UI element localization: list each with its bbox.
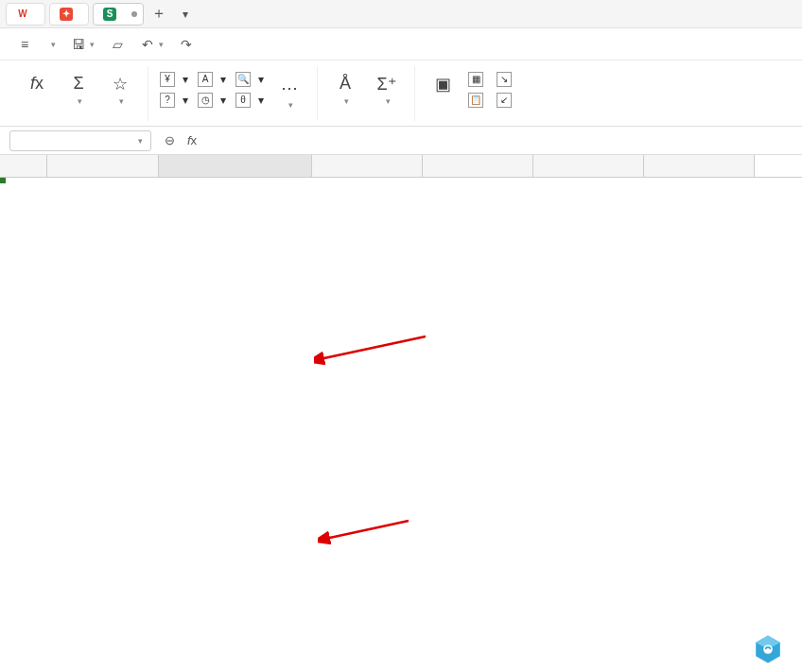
col-header-A[interactable]: [47, 155, 159, 177]
col-header-B[interactable]: [159, 155, 312, 177]
math-icon: θ: [235, 93, 251, 108]
quick-formula-button[interactable]: Σ⁺ ▾: [371, 72, 403, 108]
undo-button[interactable]: ↶▾: [132, 33, 171, 56]
file-menu[interactable]: ▾: [40, 36, 63, 53]
formula-input[interactable]: [206, 133, 793, 147]
finance-fn-button[interactable]: ¥▾: [160, 72, 188, 87]
print-button[interactable]: ▱: [102, 33, 132, 56]
new-tab-button[interactable]: ＋: [148, 3, 170, 26]
mathtrig-fn-button[interactable]: θ▾: [235, 93, 264, 108]
fill-handle[interactable]: [0, 178, 6, 183]
clock-icon: ◷: [198, 93, 213, 108]
col-header-F[interactable]: [644, 155, 755, 177]
sum-button[interactable]: Σ ▾: [62, 72, 95, 108]
logic-icon: ?: [160, 93, 175, 108]
common-fn-button[interactable]: ☆ ▾: [104, 72, 136, 108]
insert-fn-button[interactable]: fx: [21, 72, 53, 98]
svg-line-0: [320, 336, 426, 359]
active-cell-frame: [0, 178, 4, 181]
annotation-arrow-bottom: [318, 516, 412, 563]
fx-icon[interactable]: fx: [183, 133, 200, 147]
name-icon: ▣: [435, 74, 451, 95]
svg-point-4: [763, 645, 773, 654]
finance-icon: ¥: [160, 72, 175, 87]
lookup-fn-button[interactable]: 🔍▾: [235, 72, 264, 87]
fx-icon: fx: [30, 74, 44, 95]
save-icon: 🖫: [71, 37, 86, 52]
sigma-plus-icon: Σ⁺: [376, 74, 396, 95]
redo-button[interactable]: ↷: [171, 33, 201, 56]
tab-menu-button[interactable]: ▾: [174, 3, 197, 26]
spreadsheet-icon: S: [103, 8, 116, 21]
menu-formula[interactable]: [338, 39, 364, 50]
other-fn-button[interactable]: ⋯ ▾: [273, 76, 305, 112]
chevron-down-icon: ▾: [138, 136, 143, 146]
menu-view[interactable]: [417, 39, 444, 50]
trace2-button[interactable]: ↙: [497, 93, 515, 108]
paste-name-button[interactable]: 📋: [468, 93, 487, 108]
trace2-icon: ↙: [497, 93, 512, 108]
name-manager-button[interactable]: ▣: [427, 72, 459, 98]
menu-review[interactable]: [391, 39, 417, 50]
chevron-down-icon: ▾: [51, 40, 56, 49]
print-icon: ▱: [110, 37, 125, 52]
menu-efficiency[interactable]: [497, 39, 523, 50]
redo-icon: ↷: [179, 37, 194, 52]
menu-bar: ≡ ▾ 🖫▾ ▱ ↶▾ ↷: [0, 28, 802, 60]
name-box[interactable]: ▾: [9, 130, 151, 151]
column-headers: [0, 155, 802, 178]
define-icon: ▦: [468, 72, 483, 87]
svg-line-1: [325, 521, 409, 539]
datetime-fn-button[interactable]: ◷▾: [198, 93, 226, 108]
define-name-button[interactable]: ▦: [468, 72, 487, 87]
ai-icon: Å: [340, 74, 351, 95]
fill-marquee: [0, 178, 2, 180]
col-header-E[interactable]: [533, 155, 644, 177]
cancel-icon[interactable]: ⊖: [161, 133, 178, 147]
unsaved-dot-icon: [131, 11, 137, 17]
watermark-logo-icon: [753, 634, 783, 664]
wps-logo-icon: W: [16, 8, 29, 21]
select-all-corner[interactable]: [0, 155, 47, 177]
col-header-D[interactable]: [423, 155, 533, 177]
paste-icon: 📋: [468, 93, 483, 108]
spreadsheet-grid[interactable]: [0, 155, 802, 178]
save-button[interactable]: 🖫▾: [63, 33, 102, 56]
menu-tools[interactable]: [444, 39, 470, 50]
window-tab-bar: W ✦ S ＋ ▾: [0, 0, 802, 28]
star-icon: ☆: [113, 74, 128, 95]
text-fn-button[interactable]: A▾: [198, 72, 226, 87]
menu-insert[interactable]: [285, 39, 311, 50]
sigma-icon: Σ: [73, 74, 83, 95]
menu-data[interactable]: [364, 39, 391, 50]
tab-wps-home[interactable]: W: [6, 3, 45, 26]
tab-template[interactable]: ✦: [49, 3, 89, 26]
col-header-C[interactable]: [312, 155, 423, 177]
trace-icon: ↘: [497, 72, 512, 87]
watermark: [753, 634, 791, 664]
template-icon: ✦: [60, 8, 73, 21]
more-icon: ⋯: [281, 78, 298, 98]
ai-formula-button[interactable]: Å ▾: [329, 72, 361, 108]
menu-member[interactable]: [470, 39, 497, 50]
ribbon-formula: fx Σ ▾ ☆ ▾ ¥▾ ?▾ A▾ ◷▾ 🔍▾ θ▾ ⋯ ▾: [0, 60, 802, 127]
hamburger-menu[interactable]: ≡: [9, 33, 40, 56]
formula-bar: ▾ ⊖ fx: [0, 127, 802, 155]
text-icon: A: [198, 72, 213, 87]
search-icon: 🔍: [235, 72, 251, 87]
trace-button[interactable]: ↘: [497, 72, 515, 87]
menu-start[interactable]: [258, 39, 285, 50]
tab-workbook[interactable]: S: [93, 3, 144, 26]
menu-icon: ≡: [17, 37, 32, 52]
annotation-arrow-top: [314, 331, 427, 369]
menu-page[interactable]: [311, 39, 338, 50]
undo-icon: ↶: [140, 37, 155, 52]
logic-fn-button[interactable]: ?▾: [160, 93, 188, 108]
